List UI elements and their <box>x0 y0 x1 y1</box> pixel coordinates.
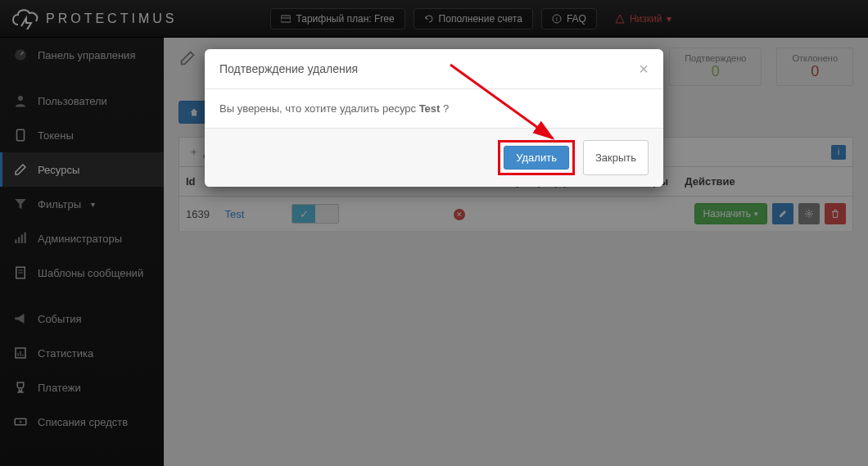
modal-text-prefix: Вы уверены, что хотите удалить ресурс <box>219 102 419 115</box>
modal-overlay: Подтверждение удаления × Вы уверены, что… <box>0 0 868 466</box>
delete-highlight: Удалить <box>498 140 575 175</box>
confirm-delete-button[interactable]: Удалить <box>504 146 569 170</box>
modal-body: Вы уверены, что хотите удалить ресурс Te… <box>205 89 663 128</box>
confirm-delete-modal: Подтверждение удаления × Вы уверены, что… <box>205 49 663 187</box>
modal-resource-name: Test <box>419 102 441 115</box>
cancel-button[interactable]: Закрыть <box>583 140 649 175</box>
modal-close-button[interactable]: × <box>639 61 649 77</box>
modal-title: Подтверждение удаления <box>219 62 358 75</box>
modal-text-suffix: ? <box>440 102 449 115</box>
